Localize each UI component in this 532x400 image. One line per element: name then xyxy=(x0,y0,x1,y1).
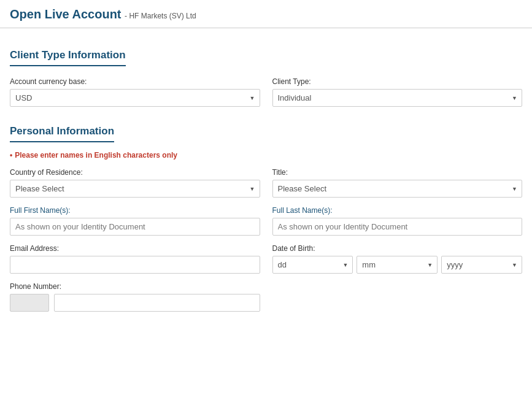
dob-dd-wrapper: dd xyxy=(272,256,353,274)
phone-inputs xyxy=(10,294,260,312)
last-name-label: Full Last Name(s): xyxy=(272,206,523,215)
title-select-wrapper: Please Select xyxy=(272,180,523,198)
page-content: Client Type Information Account currency… xyxy=(0,28,532,334)
client-type-select[interactable]: Individual Corporate xyxy=(272,89,523,107)
dob-mm-select[interactable]: mm xyxy=(357,256,438,274)
client-type-row: Account currency base: USD EUR GBP Clien… xyxy=(10,77,522,107)
email-group: Email Address: xyxy=(10,244,260,274)
country-group: Country of Residence: Please Select xyxy=(10,168,260,198)
currency-select-wrapper: USD EUR GBP xyxy=(10,89,260,107)
phone-number-input[interactable] xyxy=(54,294,260,312)
email-input[interactable] xyxy=(10,256,260,274)
last-name-input[interactable] xyxy=(272,218,523,236)
email-label: Email Address: xyxy=(10,244,260,253)
dob-dd-select[interactable]: dd xyxy=(272,256,353,274)
country-select[interactable]: Please Select xyxy=(10,180,260,198)
dob-label: Date of Birth: xyxy=(272,244,523,253)
title-text: Open Live Account xyxy=(10,7,121,21)
currency-group: Account currency base: USD EUR GBP xyxy=(10,77,260,107)
notice-text: Please enter names in English characters… xyxy=(15,151,177,160)
dob-selects: dd mm yyyy xyxy=(272,256,523,274)
name-notice: Please enter names in English characters… xyxy=(10,151,522,160)
first-name-group: Full First Name(s): xyxy=(10,206,260,236)
last-name-group: Full Last Name(s): xyxy=(272,206,523,236)
page-title: Open Live Account - HF Markets (SV) Ltd xyxy=(10,7,196,21)
client-type-section-title: Client Type Information xyxy=(10,49,126,66)
client-type-select-wrapper: Individual Corporate xyxy=(272,89,523,107)
name-row: Full First Name(s): Full Last Name(s): xyxy=(10,206,522,236)
client-type-group: Client Type: Individual Corporate xyxy=(272,77,523,107)
title-group: Title: Please Select xyxy=(272,168,523,198)
email-dob-row: Email Address: Date of Birth: dd m xyxy=(10,244,522,274)
first-name-label: Full First Name(s): xyxy=(10,206,260,215)
title-select[interactable]: Please Select xyxy=(272,180,523,198)
title-label: Title: xyxy=(272,168,523,177)
country-label: Country of Residence: xyxy=(10,168,260,177)
client-type-label: Client Type: xyxy=(272,77,523,86)
subtitle-text: - HF Markets (SV) Ltd xyxy=(125,12,196,20)
phone-spacer xyxy=(272,282,523,312)
dob-mm-wrapper: mm xyxy=(357,256,438,274)
phone-group: Phone Number: xyxy=(10,282,260,312)
dob-group: Date of Birth: dd mm xyxy=(272,244,523,274)
dob-yyyy-select[interactable]: yyyy xyxy=(441,256,522,274)
currency-label: Account currency base: xyxy=(10,77,260,86)
dob-yyyy-wrapper: yyyy xyxy=(441,256,522,274)
page-header: Open Live Account - HF Markets (SV) Ltd xyxy=(0,0,532,28)
first-name-input[interactable] xyxy=(10,218,260,236)
personal-info-title: Personal Information xyxy=(10,125,114,142)
country-title-row: Country of Residence: Please Select Titl… xyxy=(10,168,522,198)
phone-row-container: Phone Number: xyxy=(10,282,522,312)
phone-country-code[interactable] xyxy=(10,294,49,312)
client-type-section: Client Type Information Account currency… xyxy=(10,40,522,107)
personal-info-section: Personal Information Please enter names … xyxy=(10,117,522,312)
country-select-wrapper: Please Select xyxy=(10,180,260,198)
currency-select[interactable]: USD EUR GBP xyxy=(10,89,260,107)
phone-label: Phone Number: xyxy=(10,282,260,291)
